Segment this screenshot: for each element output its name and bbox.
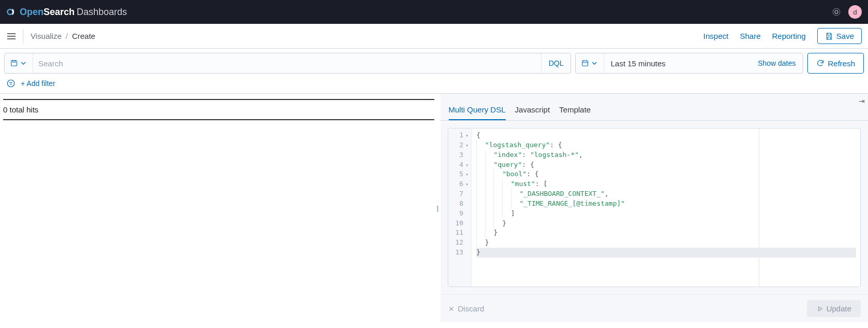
- svg-point-0: [8, 9, 13, 15]
- update-button[interactable]: Update: [807, 300, 861, 317]
- add-filter-button[interactable]: + Add filter: [21, 79, 55, 88]
- editor-pane: ⇥ Multi Query DSL Javascript Template 1▾…: [440, 94, 869, 322]
- breadcrumb-separator: /: [66, 32, 68, 40]
- code-editor[interactable]: 1▾2▾34▾5▾6▾78910111213 { "logstash_query…: [448, 128, 861, 287]
- svg-rect-4: [12, 61, 15, 62]
- workspace: 0 total hits || ⇥ Multi Query DSL Javasc…: [0, 94, 868, 322]
- discard-label: Discard: [458, 304, 485, 313]
- avatar-initial: d: [853, 8, 857, 16]
- show-dates-link[interactable]: Show dates: [750, 59, 803, 67]
- breadcrumb-parent[interactable]: Visualize: [31, 32, 62, 40]
- date-range-text[interactable]: Last 15 minutes: [604, 59, 750, 68]
- user-avatar[interactable]: d: [848, 5, 862, 19]
- brand-dashboards: Dashboards: [77, 7, 127, 17]
- editor-code-area[interactable]: { "logstash_query": { "index": "logstash…: [472, 129, 860, 287]
- filter-bar: + Add filter: [0, 74, 868, 94]
- save-button-label: Save: [836, 32, 854, 40]
- filter-settings-icon[interactable]: [6, 79, 16, 88]
- discard-button[interactable]: Discard: [448, 304, 485, 313]
- chevron-down-icon: [19, 59, 27, 67]
- tab-javascript[interactable]: Javascript: [515, 105, 550, 120]
- saved-query-dropdown[interactable]: [5, 53, 33, 73]
- global-header: OpenSearchDashboards d: [0, 0, 868, 24]
- date-picker: Last 15 minutes Show dates: [575, 53, 803, 74]
- breadcrumb-current: Create: [72, 32, 95, 40]
- editor-tabs: Multi Query DSL Javascript Template: [440, 94, 869, 121]
- query-bar: DQL Last 15 minutes Show dates Refresh: [0, 49, 868, 74]
- calendar-icon: [581, 59, 589, 67]
- svg-point-2: [835, 10, 838, 13]
- search-input[interactable]: [33, 53, 541, 73]
- play-icon: [816, 305, 823, 312]
- brand-search: Search: [44, 7, 75, 17]
- refresh-button-label: Refresh: [828, 59, 855, 68]
- results-pane: 0 total hits: [0, 94, 434, 322]
- save-icon: [825, 32, 833, 40]
- total-hits-label: 0 total hits: [3, 99, 434, 120]
- breadcrumb: Visualize / Create: [31, 32, 95, 40]
- update-label: Update: [827, 304, 851, 313]
- svg-rect-5: [582, 61, 588, 66]
- pane-resizer[interactable]: ||: [434, 94, 440, 322]
- save-button[interactable]: Save: [817, 28, 862, 44]
- search-box: DQL: [4, 53, 571, 74]
- refresh-button[interactable]: Refresh: [807, 53, 864, 74]
- tab-multi-query-dsl[interactable]: Multi Query DSL: [449, 105, 506, 120]
- svg-point-6: [7, 80, 15, 87]
- disk-icon: [10, 59, 18, 67]
- sub-header: Visualize / Create Inspect Share Reporti…: [0, 24, 868, 49]
- editor-actions: Discard Update: [440, 294, 869, 322]
- tab-template[interactable]: Template: [559, 105, 591, 120]
- share-link[interactable]: Share: [740, 32, 761, 40]
- brand-open: Open: [20, 7, 44, 17]
- chevron-down-icon: [590, 59, 599, 67]
- nav-toggle-icon[interactable]: [6, 31, 17, 41]
- svg-point-1: [833, 8, 840, 16]
- divider: [23, 29, 23, 44]
- refresh-icon: [816, 59, 824, 67]
- opensearch-logo-icon: [6, 7, 17, 17]
- date-quick-select[interactable]: [576, 53, 604, 73]
- collapse-panel-icon[interactable]: ⇥: [859, 97, 865, 105]
- close-icon: [448, 305, 455, 312]
- inspect-link[interactable]: Inspect: [703, 32, 728, 40]
- svg-rect-3: [11, 61, 17, 66]
- dql-toggle[interactable]: DQL: [541, 53, 571, 73]
- editor-gutter: 1▾2▾34▾5▾6▾78910111213: [448, 129, 473, 287]
- reporting-link[interactable]: Reporting: [772, 32, 806, 40]
- brand-logo: OpenSearchDashboards: [6, 7, 127, 18]
- help-icon[interactable]: [832, 7, 841, 17]
